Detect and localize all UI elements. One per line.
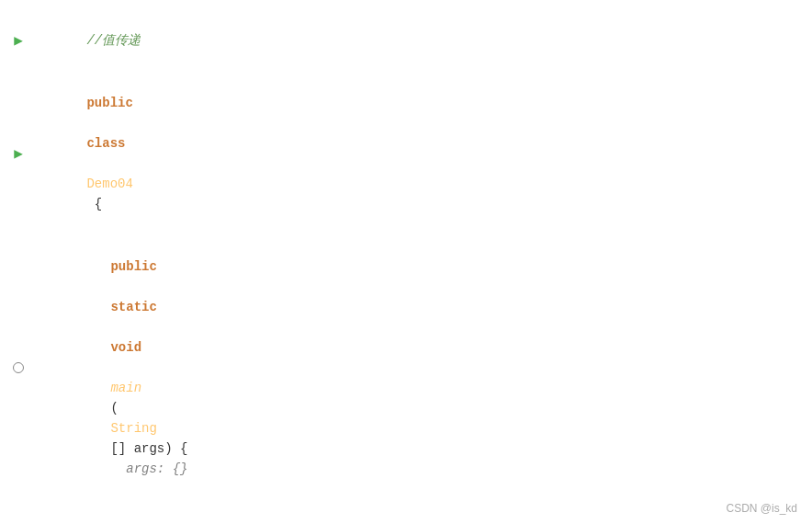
- code-line-2: public class Demo04 {: [37, 73, 812, 234]
- method-main: main: [110, 381, 141, 395]
- debug-dot-icon: [13, 362, 24, 373]
- code-line-4: int a = 1; a: 1: [37, 501, 812, 524]
- brace-open: {: [86, 197, 102, 211]
- line-comment1: ▶ //值传递: [0, 9, 812, 72]
- line-main: public static void main ( String [] args…: [0, 235, 812, 500]
- class-name: Demo04: [86, 177, 132, 191]
- gutter-3: [0, 362, 37, 373]
- line-int-decl: int a = 1; a: 1: [0, 500, 812, 524]
- debug-arrow-icon-2: ▶: [14, 144, 23, 163]
- args-hint: args: {}: [110, 461, 187, 476]
- keyword-public: public: [86, 96, 132, 110]
- gutter-1: ▶: [0, 31, 37, 50]
- space: [86, 116, 94, 131]
- kw-void: void: [110, 340, 141, 355]
- space2: [86, 156, 94, 171]
- kw-public2: public: [110, 259, 156, 274]
- keyword-class: class: [86, 136, 125, 151]
- watermark: CSDN @is_kd: [726, 502, 797, 515]
- code-editor: ▶ //值传递 ▶ public class Demo04 { public s…: [0, 0, 812, 524]
- code-line-3: public static void main ( String [] args…: [37, 236, 812, 499]
- string-type: String: [110, 421, 156, 436]
- code-line-1: //值传递: [37, 10, 812, 71]
- kw-static: static: [110, 300, 156, 314]
- debug-arrow-icon: ▶: [14, 31, 23, 50]
- comment-text-1: //值传递: [86, 33, 141, 48]
- line-class: ▶ public class Demo04 {: [0, 72, 812, 235]
- gutter-2: ▶: [0, 144, 37, 163]
